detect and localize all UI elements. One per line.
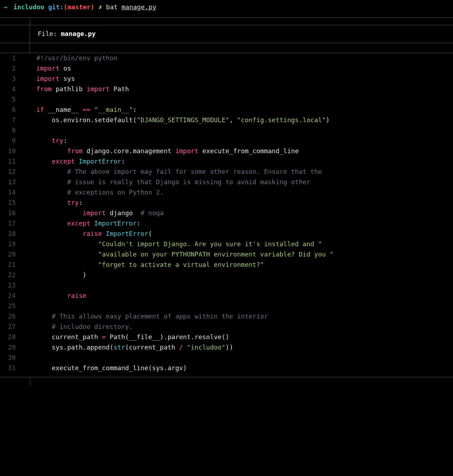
code-content: try: xyxy=(30,136,67,146)
code-line: 8 xyxy=(0,125,453,136)
line-number: 29 xyxy=(0,342,21,353)
code-content: if __name__ == "__main__": xyxy=(30,105,137,115)
prompt-paren-open: ( xyxy=(64,3,68,11)
code-line: 19 "Couldn't import Django. Are you sure… xyxy=(0,239,453,249)
code-content: try: xyxy=(30,198,83,208)
line-number: 22 xyxy=(0,270,21,280)
code-content: ) xyxy=(30,270,87,280)
line-number: 21 xyxy=(0,260,21,270)
code-line: 26 # This allows easy placement of apps … xyxy=(0,311,453,322)
code-line: 28 current_path = Path(__file__).parent.… xyxy=(0,332,453,342)
code-line: 14 # exceptions on Python 2. xyxy=(0,187,453,198)
code-content: sys.path.append(str(current_path / "incl… xyxy=(30,342,233,353)
file-header-gutter xyxy=(0,25,30,43)
line-number: 6 xyxy=(0,105,21,115)
code-line: 15 try: xyxy=(0,198,453,208)
code-line: 4from pathlib import Path xyxy=(0,84,453,94)
code-content: # The above import may fail for some oth… xyxy=(30,167,322,177)
prompt-command: bat xyxy=(106,3,118,11)
code-line: 6if __name__ == "__main__": xyxy=(0,105,453,115)
line-number: 13 xyxy=(0,177,21,187)
code-line: 22 ) xyxy=(0,270,453,280)
line-number: 26 xyxy=(0,311,21,322)
code-line: 31 execute_from_command_line(sys.argv) xyxy=(0,363,453,373)
line-number: 25 xyxy=(0,301,21,311)
line-number: 1 xyxy=(0,53,21,63)
prompt-paren-close: ) xyxy=(90,3,94,11)
code-line: 7 os.environ.setdefault("DJANGO_SETTINGS… xyxy=(0,115,453,125)
code-content: import os xyxy=(30,63,71,74)
file-header: File: manage.py xyxy=(0,25,453,43)
code-content: import django # noqa xyxy=(30,208,164,218)
code-line: 2import os xyxy=(0,63,453,74)
divider-vline-bottom xyxy=(30,377,453,386)
code-line: 21 "forget to activate a virtual environ… xyxy=(0,260,453,270)
line-number: 7 xyxy=(0,115,21,125)
code-content: execute_from_command_line(sys.argv) xyxy=(30,363,187,373)
code-line: 10 from django.core.management import ex… xyxy=(0,146,453,156)
code-content: "available on your PYTHONPATH environmen… xyxy=(30,249,333,260)
file-name: manage.py xyxy=(61,30,96,37)
code-spacer xyxy=(0,43,453,53)
line-number: 8 xyxy=(0,125,21,136)
code-line: 1#!/usr/bin/env python xyxy=(0,53,453,63)
shell-prompt[interactable]: → includoo git:(master) ✗ bat manage.py xyxy=(0,0,453,15)
code-line: 17 except ImportError: xyxy=(0,218,453,229)
prompt-arrow-icon: → xyxy=(4,3,7,11)
code-content: from django.core.management import execu… xyxy=(30,146,299,156)
code-line: 13 # issue is really that Django is miss… xyxy=(0,177,453,187)
code-line: 29 sys.path.append(str(current_path / "i… xyxy=(0,342,453,353)
code-content: import sys xyxy=(30,74,75,84)
code-content: "Couldn't import Django. Are you sure it… xyxy=(30,239,322,249)
line-number: 30 xyxy=(0,353,21,363)
line-number: 16 xyxy=(0,208,21,218)
code-line: 20 "available on your PYTHONPATH environ… xyxy=(0,249,453,260)
prompt-arg: manage.py xyxy=(121,3,156,11)
line-number: 3 xyxy=(0,74,21,84)
code-line: 5 xyxy=(0,94,453,105)
code-line: 30 xyxy=(0,353,453,363)
code-content: raise ImportError( xyxy=(30,229,152,239)
code-content: #!/usr/bin/env python xyxy=(30,53,118,63)
line-number: 14 xyxy=(0,187,21,198)
file-label: File: xyxy=(38,30,57,37)
line-number: 23 xyxy=(0,280,21,291)
code-line: 11 except ImportError: xyxy=(0,156,453,167)
line-number: 11 xyxy=(0,156,21,167)
code-content: "forget to activate a virtual environmen… xyxy=(30,260,264,270)
code-line: 12 # The above import may fail for some … xyxy=(0,167,453,177)
code-content: except ImportError: xyxy=(30,218,141,229)
line-number: 5 xyxy=(0,94,21,105)
code-content: current_path = Path(__file__).parent.res… xyxy=(30,332,229,342)
line-number: 19 xyxy=(0,239,21,249)
line-number: 20 xyxy=(0,249,21,260)
code-line: 9 try: xyxy=(0,136,453,146)
code-content: # This allows easy placement of apps wit… xyxy=(30,311,268,322)
line-number: 24 xyxy=(0,291,21,301)
code-line: 18 raise ImportError( xyxy=(0,229,453,239)
line-number: 10 xyxy=(0,146,21,156)
code-content: os.environ.setdefault("DJANGO_SETTINGS_M… xyxy=(30,115,330,125)
code-line: 3import sys xyxy=(0,74,453,84)
code-content: raise xyxy=(30,291,87,301)
line-number: 27 xyxy=(0,322,21,332)
code-line: 24 raise xyxy=(0,291,453,301)
code-content: except ImportError: xyxy=(30,156,125,167)
line-number: 12 xyxy=(0,167,21,177)
code-line: 27 # includoo directory. xyxy=(0,322,453,332)
prompt-folder: includoo xyxy=(14,3,45,11)
code-line: 25 xyxy=(0,301,453,311)
code-line: 23 xyxy=(0,280,453,291)
line-number: 31 xyxy=(0,363,21,373)
prompt-branch: master xyxy=(67,3,90,11)
line-number: 15 xyxy=(0,198,21,208)
line-number: 4 xyxy=(0,84,21,94)
code-container: 1#!/usr/bin/env python2import os3import … xyxy=(0,53,453,373)
prompt-git-label: git: xyxy=(48,3,63,11)
line-number: 28 xyxy=(0,332,21,342)
code-content: # exceptions on Python 2. xyxy=(30,187,164,198)
line-number: 2 xyxy=(0,63,21,74)
prompt-dirty-icon: ✗ xyxy=(98,3,102,11)
code-line: 16 import django # noqa xyxy=(0,208,453,218)
line-number: 18 xyxy=(0,229,21,239)
